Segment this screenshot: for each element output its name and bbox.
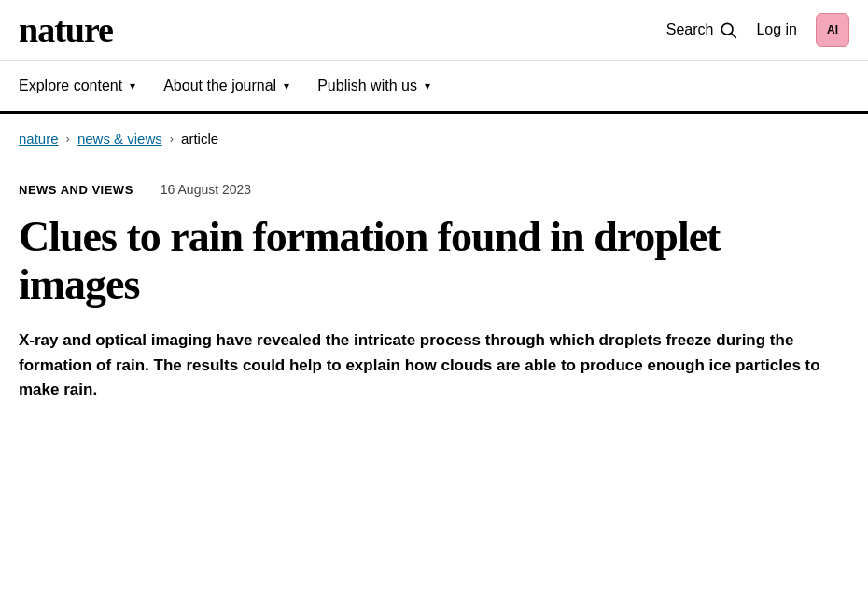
breadcrumb-section[interactable]: news & views [77, 131, 162, 146]
breadcrumb-separator-2: › [170, 132, 174, 146]
nav-about-journal[interactable]: About the journal ▾ [163, 61, 308, 111]
search-icon [719, 21, 737, 39]
ai-badge[interactable]: AI [816, 13, 849, 47]
nature-logo[interactable]: nature [19, 9, 113, 50]
article-date: 16 August 2023 [161, 182, 251, 197]
nav-publish-with-us[interactable]: Publish with us ▾ [317, 61, 449, 111]
chevron-down-icon: ▾ [130, 79, 135, 92]
meta-divider [147, 182, 147, 197]
nav-explore-content[interactable]: Explore content ▾ [19, 61, 154, 111]
article-meta: NEWS AND VIEWS 16 August 2023 [19, 182, 849, 197]
search-button[interactable]: Search [666, 21, 738, 39]
article-summary: X-ray and optical imaging have revealed … [19, 328, 821, 402]
article-type-label: NEWS AND VIEWS [19, 183, 133, 197]
article-title: Clues to rain formation found in droplet… [19, 214, 784, 308]
breadcrumb-separator-1: › [66, 132, 70, 146]
chevron-down-icon: ▾ [284, 79, 289, 92]
main-nav: Explore content ▾ About the journal ▾ Pu… [0, 61, 868, 114]
breadcrumb: nature › news & views › article [0, 114, 868, 163]
site-header: nature Search Log in AI [0, 0, 868, 61]
article-main: NEWS AND VIEWS 16 August 2023 Clues to r… [0, 163, 868, 430]
search-label: Search [666, 21, 714, 38]
breadcrumb-current: article [181, 131, 218, 146]
header-actions: Search Log in AI [666, 13, 849, 47]
chevron-down-icon: ▾ [425, 79, 430, 92]
svg-point-0 [722, 23, 734, 35]
svg-line-1 [733, 34, 736, 37]
login-button[interactable]: Log in [756, 21, 797, 38]
breadcrumb-home[interactable]: nature [19, 131, 59, 146]
